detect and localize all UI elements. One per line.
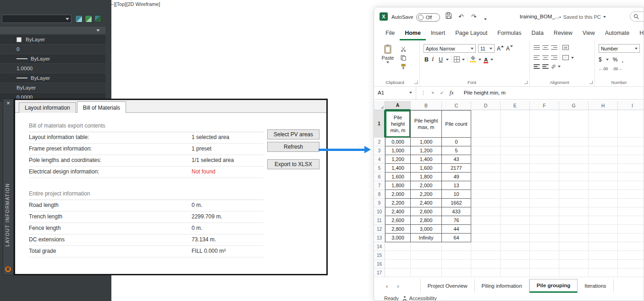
wrap-text-icon[interactable]: ab: [562, 45, 569, 50]
cell-H14[interactable]: [589, 242, 618, 251]
cell-E10[interactable]: [501, 207, 530, 216]
cell-B16[interactable]: [411, 260, 442, 268]
select-pv-areas-button[interactable]: Select PV areas: [267, 129, 319, 139]
cell-B1[interactable]: Pile height max, m: [411, 110, 442, 138]
property-row[interactable]: 1.0000: [0, 64, 105, 73]
cell-I4[interactable]: [618, 155, 644, 164]
cut-icon[interactable]: [401, 46, 406, 52]
cell-G15[interactable]: [559, 251, 589, 260]
cell-A1[interactable]: Pile height min, m: [385, 110, 411, 138]
cell-B10[interactable]: 2,600: [411, 207, 442, 216]
cell-I17[interactable]: [618, 268, 644, 277]
autosave-toggle[interactable]: Off: [416, 13, 440, 22]
next-sheet-icon[interactable]: ›: [397, 283, 399, 290]
menu-tab-view[interactable]: View: [578, 27, 600, 40]
fill-color-icon[interactable]: [470, 56, 476, 62]
column-header-E[interactable]: E: [501, 101, 530, 110]
cell-C11[interactable]: 76: [442, 216, 471, 225]
cell-G11[interactable]: [559, 216, 589, 225]
undo-icon[interactable]: ↶: [458, 12, 464, 21]
menu-tab-file[interactable]: File: [380, 27, 400, 40]
search-box[interactable]: [630, 11, 644, 22]
cell-D7[interactable]: [471, 181, 501, 190]
row-header-5[interactable]: 5: [374, 164, 385, 173]
cell-F3[interactable]: [530, 146, 559, 155]
cell-G1[interactable]: [559, 110, 589, 138]
cell-A6[interactable]: 1,600: [385, 173, 411, 181]
cell-H2[interactable]: [589, 138, 618, 146]
cell-G4[interactable]: [559, 155, 589, 164]
increase-indent-icon[interactable]: [542, 64, 549, 69]
row-header-15[interactable]: 15: [374, 251, 385, 260]
dialog-launcher-icon[interactable]: [524, 81, 528, 84]
decrease-indent-icon[interactable]: [534, 64, 540, 69]
cell-F1[interactable]: [530, 110, 559, 138]
cell-C5[interactable]: 2177: [442, 164, 471, 173]
cell-I13[interactable]: [618, 234, 644, 242]
cell-D1[interactable]: [471, 110, 501, 138]
viewport-controls-label[interactable]: [−][Top][2D Wireframe]: [110, 1, 160, 7]
cell-I6[interactable]: [618, 173, 644, 181]
sheet-tab-iterations[interactable]: Iterations: [578, 279, 613, 293]
layer-states-icon[interactable]: [94, 15, 102, 22]
cell-H9[interactable]: [589, 199, 618, 207]
cell-H12[interactable]: [589, 225, 618, 234]
menu-tab-review[interactable]: Review: [549, 27, 578, 40]
cell-E8[interactable]: [501, 190, 530, 199]
cell-B13[interactable]: Infinity: [411, 234, 442, 242]
underline-button[interactable]: U: [439, 56, 444, 63]
copy-icon[interactable]: [401, 55, 406, 61]
cell-F12[interactable]: [530, 225, 559, 234]
app-logo-icon[interactable]: [5, 266, 11, 272]
cell-G10[interactable]: [559, 207, 589, 216]
close-icon[interactable]: ×: [3, 100, 13, 106]
cell-I5[interactable]: [618, 164, 644, 173]
cell-A4[interactable]: 1,200: [385, 155, 411, 164]
cell-H16[interactable]: [589, 260, 618, 268]
cell-E14[interactable]: [501, 242, 530, 251]
menu-tab-data[interactable]: Data: [526, 27, 548, 40]
cancel-icon[interactable]: ×: [431, 90, 434, 95]
cell-I1[interactable]: [618, 110, 644, 138]
column-header-G[interactable]: G: [559, 101, 589, 110]
cell-I8[interactable]: [618, 190, 644, 199]
cell-D4[interactable]: [471, 155, 501, 164]
column-header-D[interactable]: D: [471, 101, 501, 110]
sheet-tab-project-overview[interactable]: Project Overview: [420, 279, 475, 293]
cell-I12[interactable]: [618, 225, 644, 234]
format-painter-icon[interactable]: [401, 64, 406, 69]
cell-I9[interactable]: [618, 199, 644, 207]
cell-A17[interactable]: [385, 268, 411, 277]
cell-G17[interactable]: [559, 268, 589, 277]
cell-G2[interactable]: [559, 138, 589, 146]
property-row[interactable]: 0: [0, 45, 105, 54]
sheet-tab-piling-information[interactable]: Piling information: [475, 279, 529, 293]
property-row[interactable]: ByLayer: [0, 83, 105, 93]
cell-D15[interactable]: [471, 251, 501, 260]
row-header-7[interactable]: 7: [374, 181, 385, 190]
paste-button[interactable]: Paste: [380, 44, 396, 78]
borders-icon[interactable]: [454, 56, 460, 62]
cell-E16[interactable]: [501, 260, 530, 268]
chevron-down-icon[interactable]: [446, 59, 449, 61]
cell-I11[interactable]: [618, 216, 644, 225]
cell-A3[interactable]: 1,000: [385, 146, 411, 155]
cell-B6[interactable]: 1,800: [411, 173, 442, 181]
new-group-filter-icon[interactable]: [85, 15, 92, 22]
cell-I15[interactable]: [618, 251, 644, 260]
cell-C10[interactable]: 433: [442, 207, 471, 216]
cell-A10[interactable]: 2,400: [385, 207, 411, 216]
cell-E6[interactable]: [501, 173, 530, 181]
font-size-select[interactable]: 11: [478, 44, 495, 53]
cell-C12[interactable]: 44: [442, 225, 471, 234]
cell-A12[interactable]: 2,800: [385, 225, 411, 234]
grow-font-button[interactable]: A: [497, 45, 504, 52]
align-top-icon[interactable]: [534, 45, 540, 50]
name-box[interactable]: A1: [374, 86, 416, 99]
cell-B5[interactable]: 1,600: [411, 164, 442, 173]
cell-F17[interactable]: [530, 268, 559, 277]
cell-C3[interactable]: 5: [442, 146, 471, 155]
cell-B12[interactable]: 3,000: [411, 225, 442, 234]
cell-C17[interactable]: [442, 268, 471, 277]
cell-F15[interactable]: [530, 251, 559, 260]
